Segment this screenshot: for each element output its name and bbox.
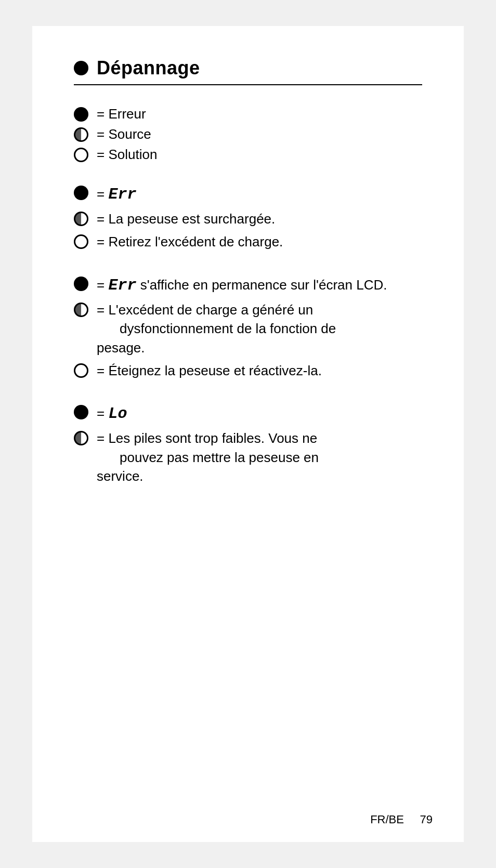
title-bullet-icon xyxy=(74,61,88,75)
error-code-label: = Err xyxy=(97,183,136,205)
legend-item-error: = Erreur xyxy=(74,106,422,122)
error-block-2: = Err s'affiche en permanence sur l'écra… xyxy=(74,274,422,380)
error-block-1-source-text: = La peseuse est surchargée. xyxy=(97,209,275,228)
legend-item-source: = Source xyxy=(74,126,422,142)
legend-item-solution: = Solution xyxy=(74,147,422,163)
empty-circle-icon xyxy=(74,363,88,378)
error-block-2-solution: = Éteignez la peseuse et réactivez-la. xyxy=(74,361,422,380)
section-title: Dépannage xyxy=(97,57,200,79)
filled-circle-icon xyxy=(74,277,88,291)
footer-locale: FR/BE xyxy=(370,813,404,826)
error-block-2-error-text: = Err s'affiche en permanence sur l'écra… xyxy=(97,274,387,296)
half-circle-icon xyxy=(74,127,88,142)
filled-circle-icon xyxy=(74,405,88,419)
error-block-3: = Lo = Les piles sont trop faibles. Vous… xyxy=(74,403,422,485)
legend-error-label: = Erreur xyxy=(97,106,146,122)
filled-circle-icon xyxy=(74,107,88,122)
error-block-1-error: = Err xyxy=(74,183,422,205)
error-block-2-error: = Err s'affiche en permanence sur l'écra… xyxy=(74,274,422,296)
error-block-2-source-text: = L'excédent de charge a généré undysfon… xyxy=(97,300,336,357)
error-block-3-source: = Les piles sont trop faibles. Vous nepo… xyxy=(74,429,422,485)
error-block-1-source: = La peseuse est surchargée. xyxy=(74,209,422,228)
legend-source-label: = Source xyxy=(97,126,151,142)
error-block-2-source: = L'excédent de charge a généré undysfon… xyxy=(74,300,422,357)
half-circle-icon xyxy=(74,431,88,445)
error-block-1-solution-text: = Retirez l'excédent de charge. xyxy=(97,232,283,251)
empty-circle-icon xyxy=(74,148,88,162)
footer-page-number: 79 xyxy=(420,813,433,826)
half-circle-icon xyxy=(74,212,88,226)
error-block-1: = Err = La peseuse est surchargée. = Ret… xyxy=(74,183,422,252)
legend-solution-label: = Solution xyxy=(97,147,157,163)
legend-section: = Erreur = Source = Solution xyxy=(74,106,422,163)
error-block-3-error-code: = Lo xyxy=(97,403,127,425)
section-header: Dépannage xyxy=(74,57,422,85)
error-block-3-error: = Lo xyxy=(74,403,422,425)
half-circle-icon xyxy=(74,303,88,317)
footer: FR/BE 79 xyxy=(370,813,433,826)
empty-circle-icon xyxy=(74,234,88,249)
error-block-2-solution-text: = Éteignez la peseuse et réactivez-la. xyxy=(97,361,322,380)
error-block-1-solution: = Retirez l'excédent de charge. xyxy=(74,232,422,251)
filled-circle-icon xyxy=(74,186,88,200)
error-block-3-source-text: = Les piles sont trop faibles. Vous nepo… xyxy=(97,429,319,485)
page: Dépannage = Erreur = Source = Solution =… xyxy=(32,26,464,842)
